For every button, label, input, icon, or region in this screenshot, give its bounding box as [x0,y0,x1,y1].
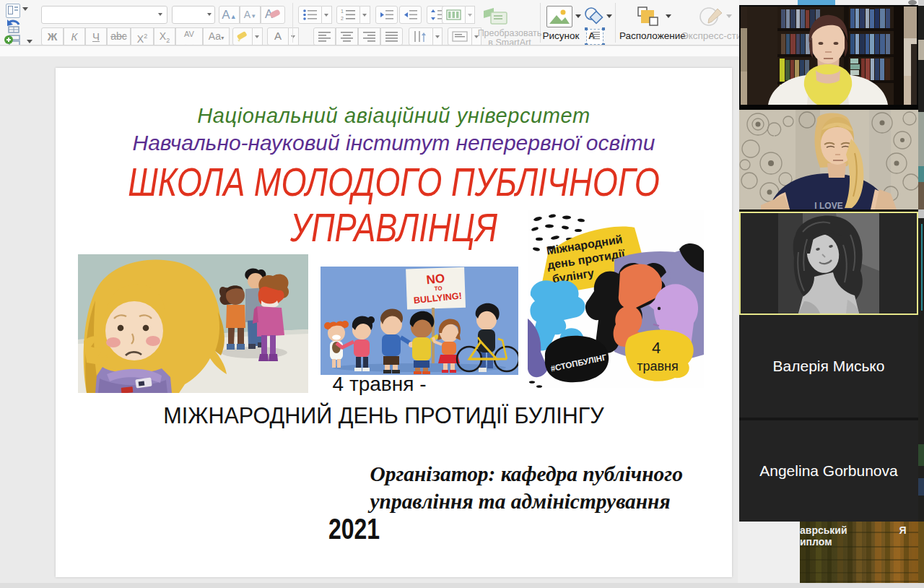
svg-text:I LOVE: I LOVE [814,201,842,209]
svg-text:1: 1 [341,9,344,14]
svg-text:2: 2 [341,16,344,21]
svg-text:травня: травня [637,359,679,373]
svg-text:4: 4 [652,339,661,357]
svg-text:TO: TO [434,285,442,292]
